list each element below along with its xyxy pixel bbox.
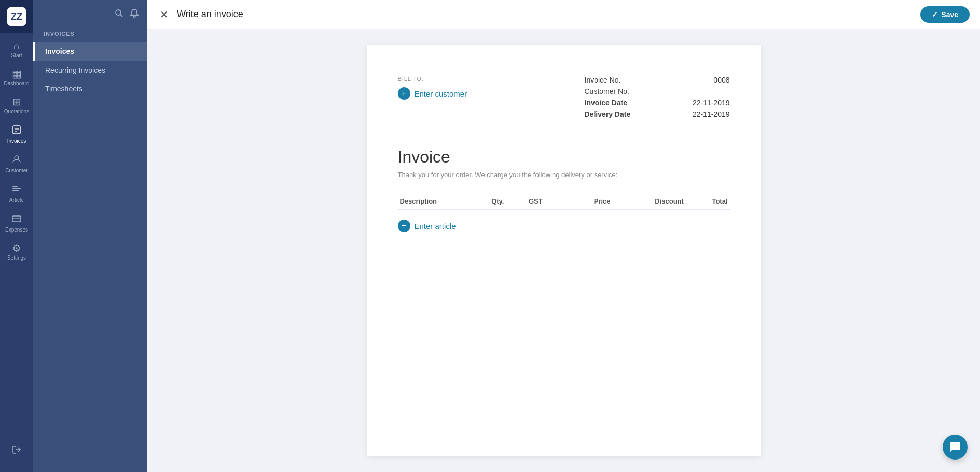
topbar: ✕ Write an invoice ✓ Save: [147, 0, 980, 29]
sidebar-section-title: INVOICES: [33, 31, 147, 42]
sidebar-item-recurring[interactable]: Recurring Invoices: [33, 61, 147, 79]
invoice-date-row: Invoice Date 22-11-2019: [585, 99, 730, 107]
enter-article-text: Enter article: [415, 222, 456, 231]
sidebar-item-quotations[interactable]: ⊞ Quotations: [0, 91, 33, 119]
sidebar-item-invoices[interactable]: Invoices: [0, 119, 33, 149]
nav-label-invoices: Invoices: [7, 138, 26, 144]
chat-bubble-button[interactable]: [943, 435, 968, 460]
nav-label-expenses: Expenses: [5, 227, 28, 233]
customer-icon: [11, 154, 22, 166]
nav-label-start: Start: [11, 52, 22, 58]
add-article-icon: +: [398, 220, 410, 232]
svg-rect-7: [12, 190, 19, 191]
customer-no-label: Customer No.: [585, 87, 629, 96]
delivery-date-row: Delivery Date 22-11-2019: [585, 110, 730, 118]
invoice-meta: Invoice No. 0008 Customer No. Invoice Da…: [585, 76, 730, 122]
col-qty: Qty.: [489, 193, 527, 210]
article-icon: [11, 184, 22, 196]
enter-customer-text: Enter customer: [415, 89, 467, 98]
sidebar: INVOICES Invoices Recurring Invoices Tim…: [33, 0, 147, 472]
sidebar-item-settings[interactable]: ⚙ Settings: [0, 238, 33, 266]
nav-bottom: [11, 439, 22, 472]
customer-no-value: [678, 87, 730, 96]
bill-left: BILL TO: + Enter customer: [398, 76, 585, 100]
sidebar-top: [33, 8, 147, 31]
nav-label-settings: Settings: [7, 255, 26, 261]
sidebar-item-invoices-link[interactable]: Invoices: [33, 42, 147, 61]
sidebar-item-start[interactable]: ⌂ Start: [0, 35, 33, 63]
dashboard-icon: ▦: [12, 69, 22, 79]
col-gst: GST: [527, 193, 567, 210]
logout-icon: [11, 444, 22, 456]
col-total: Total: [686, 193, 730, 210]
quotations-icon: ⊞: [12, 97, 21, 107]
bill-section: BILL TO: + Enter customer Invoice No. 00…: [398, 76, 730, 122]
invoice-table: Description Qty. GST Price Discount Tota…: [398, 193, 730, 232]
svg-rect-8: [12, 216, 21, 222]
bill-to-label: BILL TO:: [398, 76, 585, 82]
start-icon: ⌂: [13, 41, 20, 51]
icon-nav: ZZ ⌂ Start ▦ Dashboard ⊞ Quotations Invo…: [0, 0, 33, 472]
delivery-date-label: Delivery Date: [585, 110, 631, 118]
sidebar-item-expenses[interactable]: Expenses: [0, 208, 33, 238]
delivery-date-value: 22-11-2019: [678, 110, 730, 118]
svg-line-12: [120, 15, 122, 17]
nav-label-quotations: Quotations: [4, 109, 29, 114]
invoices-icon: [11, 125, 22, 137]
invoice-no-row: Invoice No. 0008: [585, 76, 730, 84]
settings-icon: ⚙: [12, 243, 21, 253]
sidebar-item-customer[interactable]: Customer: [0, 149, 33, 179]
col-description: Description: [398, 193, 490, 210]
logo-zz: ZZ: [7, 7, 26, 26]
enter-article-button[interactable]: + Enter article: [398, 220, 456, 232]
nav-label-customer: Customer: [5, 168, 27, 173]
sidebar-item-timesheets[interactable]: Timesheets: [33, 79, 147, 98]
expenses-icon: [11, 213, 22, 225]
enter-article-cell: + Enter article: [398, 210, 730, 232]
nav-label-article: Article: [9, 197, 24, 203]
col-discount: Discount: [613, 193, 686, 210]
svg-rect-6: [12, 188, 21, 189]
save-label: Save: [941, 10, 958, 19]
nav-label-dashboard: Dashboard: [4, 80, 30, 86]
page-title: Write an invoice: [177, 9, 914, 20]
invoice-title: Invoice: [398, 147, 730, 167]
close-button[interactable]: ✕: [158, 6, 171, 23]
invoice-date-value: 22-11-2019: [678, 99, 730, 107]
notification-button[interactable]: [130, 8, 139, 20]
svg-point-11: [116, 10, 121, 15]
save-checkmark-icon: ✓: [932, 10, 938, 19]
sidebar-item-article[interactable]: Article: [0, 179, 33, 208]
add-customer-icon: +: [398, 87, 410, 100]
customer-no-row: Customer No.: [585, 87, 730, 96]
invoice-no-value: 0008: [678, 76, 730, 84]
svg-rect-5: [12, 186, 18, 187]
invoice-date-label: Invoice Date: [585, 99, 627, 107]
search-button[interactable]: [114, 8, 123, 20]
enter-customer-button[interactable]: + Enter customer: [398, 87, 585, 100]
invoice-subtitle: Thank you for your order. We charge you …: [398, 171, 730, 179]
app-logo: ZZ: [0, 0, 33, 33]
content-scroll: BILL TO: + Enter customer Invoice No. 00…: [147, 29, 980, 472]
save-button[interactable]: ✓ Save: [920, 6, 970, 23]
logout-button[interactable]: [11, 439, 22, 462]
main-area: ✕ Write an invoice ✓ Save BILL TO: + Ent…: [147, 0, 980, 472]
col-price: Price: [567, 193, 612, 210]
invoice-paper: BILL TO: + Enter customer Invoice No. 00…: [367, 45, 761, 456]
invoice-no-label: Invoice No.: [585, 76, 621, 84]
enter-article-row: + Enter article: [398, 210, 730, 232]
sidebar-item-dashboard[interactable]: ▦ Dashboard: [0, 63, 33, 91]
